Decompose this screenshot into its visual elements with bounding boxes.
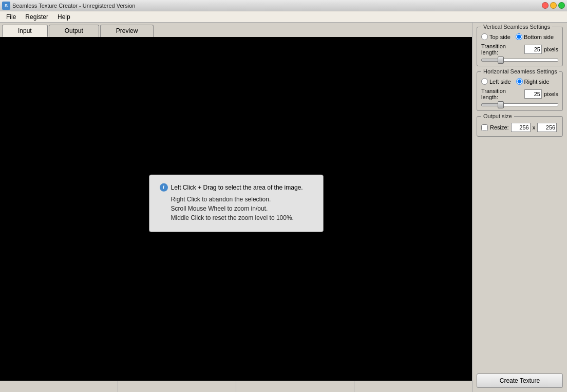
- instruction-line-4: Middle Click to reset the zoom level to …: [160, 214, 313, 221]
- tabs-bar: Input Output Preview: [0, 23, 472, 37]
- status-segment-1: [0, 381, 118, 392]
- instruction-box: i Left Click + Drag to select the area o…: [149, 174, 324, 232]
- horizontal-slider-container: [481, 103, 558, 106]
- tab-preview[interactable]: Preview: [100, 25, 154, 37]
- output-size-group: Output size Resize: x: [477, 116, 563, 137]
- info-icon: i: [160, 183, 168, 191]
- left-side-option[interactable]: Left side: [481, 78, 511, 85]
- output-size-title: Output size: [481, 113, 514, 119]
- x-separator: x: [533, 124, 536, 130]
- title-bar-left: S Seamless Texture Creator - Unregistere…: [2, 2, 135, 10]
- menu-file[interactable]: File: [2, 12, 20, 22]
- canvas-area[interactable]: i Left Click + Drag to select the area o…: [0, 37, 472, 381]
- output-height-input[interactable]: [537, 123, 557, 132]
- instruction-title: i Left Click + Drag to select the area o…: [160, 183, 313, 191]
- instruction-line-3: Scroll Mouse Wheel to zoom in/out.: [160, 204, 313, 212]
- window-controls: [542, 2, 565, 9]
- menu-help[interactable]: Help: [53, 12, 74, 22]
- status-segment-4: [354, 381, 472, 392]
- top-side-radio[interactable]: [481, 33, 488, 40]
- vertical-settings-group: Vertical Seamless Settings Top side Bott…: [477, 27, 563, 66]
- minimize-button[interactable]: [550, 2, 557, 9]
- output-width-input[interactable]: [511, 123, 531, 132]
- menu-register[interactable]: Register: [21, 12, 52, 22]
- title-bar: S Seamless Texture Creator - Unregistere…: [0, 0, 567, 11]
- horizontal-slider-thumb[interactable]: [498, 101, 504, 108]
- vertical-slider-track[interactable]: [481, 59, 558, 62]
- horizontal-pixels-label: pixels: [544, 91, 558, 97]
- right-side-option[interactable]: Right side: [516, 78, 550, 85]
- vertical-transition-input[interactable]: 25: [524, 45, 542, 54]
- right-panel: Vertical Seamless Settings Top side Bott…: [472, 23, 567, 392]
- bottom-side-label: Bottom side: [524, 34, 554, 40]
- horizontal-transition-label: Transition length:: [481, 88, 522, 100]
- maximize-button[interactable]: [558, 2, 565, 9]
- vertical-settings-title: Vertical Seamless Settings: [481, 24, 552, 30]
- resize-label: Resize:: [490, 124, 509, 130]
- right-side-label: Right side: [524, 79, 550, 85]
- horizontal-settings-title: Horizontal Seamless Settings: [481, 68, 559, 74]
- vertical-pixels-label: pixels: [544, 46, 558, 52]
- bottom-side-radio[interactable]: [516, 33, 522, 40]
- instruction-line-1: Left Click + Drag to select the area of …: [171, 183, 303, 191]
- window-title: Seamless Texture Creator - Unregistered …: [12, 3, 135, 9]
- tab-input[interactable]: Input: [2, 25, 48, 37]
- close-button[interactable]: [542, 2, 549, 9]
- horizontal-settings-group: Horizontal Seamless Settings Left side R…: [477, 71, 563, 111]
- vertical-radio-row: Top side Bottom side: [481, 33, 558, 40]
- resize-checkbox[interactable]: [481, 124, 488, 131]
- left-panel: Input Output Preview i Left Click + Drag…: [0, 23, 472, 392]
- menu-bar: File Register Help: [0, 11, 567, 23]
- instruction-line-2: Right Click to abandon the selection.: [160, 195, 313, 202]
- app-icon: S: [2, 2, 10, 10]
- create-texture-button[interactable]: Create Texture: [477, 374, 563, 388]
- horizontal-transition-row: Transition length: pixels: [481, 88, 558, 100]
- top-side-label: Top side: [489, 34, 511, 40]
- tab-output[interactable]: Output: [49, 25, 99, 37]
- horizontal-transition-input[interactable]: [524, 89, 542, 99]
- output-size-row: Resize: x: [481, 123, 558, 132]
- status-bar: [0, 381, 472, 392]
- vertical-slider-container: [481, 59, 558, 62]
- top-side-option[interactable]: Top side: [481, 33, 511, 40]
- left-side-radio[interactable]: [481, 78, 488, 85]
- status-segment-3: [236, 381, 354, 392]
- horizontal-slider-track[interactable]: [481, 103, 558, 106]
- left-side-label: Left side: [489, 79, 511, 85]
- spacer: [477, 142, 563, 368]
- bottom-side-option[interactable]: Bottom side: [516, 33, 554, 40]
- main-container: Input Output Preview i Left Click + Drag…: [0, 23, 567, 392]
- vertical-transition-row: Transition length: 25 pixels: [481, 43, 558, 55]
- right-side-radio[interactable]: [516, 78, 523, 85]
- status-segment-2: [118, 381, 236, 392]
- horizontal-radio-row: Left side Right side: [481, 78, 558, 85]
- vertical-transition-label: Transition length:: [481, 43, 522, 55]
- vertical-slider-thumb[interactable]: [498, 57, 504, 64]
